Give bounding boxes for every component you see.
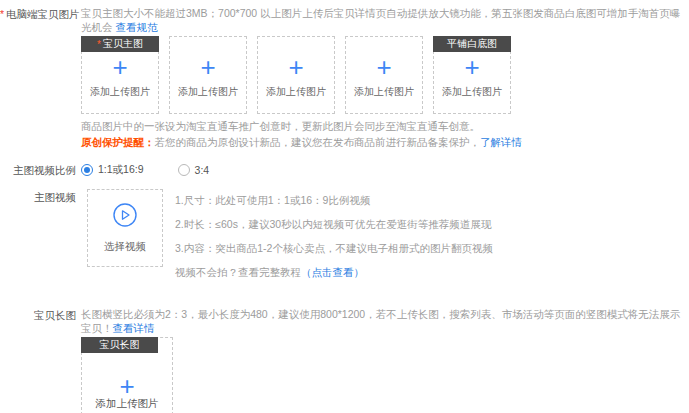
long-image-details-link[interactable]: 查看详情 — [113, 322, 155, 334]
upload-box-main-image-4[interactable]: + 添加上传图片 — [345, 36, 423, 114]
upload-box-main-image-2[interactable]: + 添加上传图片 — [169, 36, 247, 114]
radio-ratio-3-4[interactable]: 3:4 — [178, 164, 210, 176]
field-label-video-ratio: 主图视频比例 — [0, 162, 81, 178]
product-publish-form: *电脑端宝贝图片 宝贝主图大小不能超过3MB；700*700 以上图片上传后宝贝… — [0, 0, 689, 413]
row-long-image: 宝贝长图 长图横竖比必须为2：3，最小长度为480，建议使用800*1200，若… — [0, 307, 689, 413]
row-video-ratio: 主图视频比例 1:1或16:9 3:4 — [0, 162, 689, 178]
video-tip-duration: 2.时长：≤60s，建议30秒以内短视频可优先在爱逛街等推荐频道展现 — [175, 218, 493, 231]
plus-icon: + — [200, 56, 215, 78]
original-protection-body: 若您的商品为原创设计新品，建议您在发布商品前进行新品备案保护， — [155, 136, 481, 148]
video-tip-content: 3.内容：突出商品1-2个核心卖点，不建议电子相册式的图片翻页视频 — [175, 242, 493, 255]
radio-selected-icon — [81, 164, 93, 176]
images-description: 宝贝主图大小不能超过3MB；700*700 以上图片上传后宝贝详情页自动提供放大… — [81, 6, 689, 34]
radio-ratio-1-1-or-16-9[interactable]: 1:1或16:9 — [81, 163, 144, 177]
video-help-line: 视频不会拍？查看完整教程（点击查看） — [175, 266, 493, 280]
video-ratio-radio-group: 1:1或16:9 3:4 — [81, 162, 689, 177]
field-label-long-image: 宝贝长图 — [0, 307, 81, 323]
upload-box-label: 添加上传图片 — [178, 85, 238, 99]
original-protection-note: 原创保护提醒：若您的商品为原创设计新品，建议您在发布商品前进行新品备案保护，了解… — [81, 136, 689, 149]
tab-main-image-label: 宝贝主图 — [103, 37, 143, 51]
required-asterisk: * — [97, 39, 101, 50]
video-tutorial-link[interactable]: （点击查看） — [301, 266, 364, 278]
row-pc-images: *电脑端宝贝图片 宝贝主图大小不能超过3MB；700*700 以上图片上传后宝贝… — [0, 6, 689, 149]
upload-box-label: 添加上传图片 — [96, 397, 159, 411]
row-main-video: 主图视频 选择视频 1.尺寸：此处可使用1：1或16：9比例视频 2.时长：≤6… — [0, 189, 689, 280]
upload-box-main-image-3[interactable]: + 添加上传图片 — [257, 36, 335, 114]
upload-box-main-image-1[interactable]: *宝贝主图 + 添加上传图片 — [81, 36, 159, 114]
plus-icon: + — [288, 56, 303, 78]
long-image-description-text: 长图横竖比必须为2：3，最小长度为480，建议使用800*1200，若不上传长图… — [81, 308, 680, 334]
tab-white-background-label: 平铺白底图 — [447, 37, 497, 51]
upload-box-label: 添加上传图片 — [266, 85, 326, 99]
upload-box-label: 添加上传图片 — [442, 85, 502, 99]
radio-unselected-icon — [178, 164, 190, 176]
video-tip-size: 1.尺寸：此处可使用1：1或16：9比例视频 — [175, 194, 493, 207]
upload-box-white-background[interactable]: 平铺白底图 + 添加上传图片 — [433, 36, 511, 114]
plus-icon: + — [112, 56, 127, 78]
tab-long-image: 宝贝长图 — [81, 337, 158, 353]
ztc-sync-note: 商品图片中的一张设为淘宝直通车推广创意时，更新此图片会同步至淘宝直通车创意。 — [81, 120, 689, 133]
images-description-text: 宝贝主图大小不能超过3MB；700*700 以上图片上传后宝贝详情页自动提供放大… — [81, 7, 680, 33]
tab-white-background: 平铺白底图 — [433, 36, 511, 52]
field-label-pc-images: *电脑端宝贝图片 — [0, 6, 81, 22]
select-video-label: 选择视频 — [104, 240, 146, 254]
video-tips: 1.尺寸：此处可使用1：1或16：9比例视频 2.时长：≤60s，建议30秒以内… — [175, 189, 493, 280]
select-video-box[interactable]: 选择视频 — [87, 189, 163, 267]
video-help-text: 视频不会拍？查看完整教程 — [175, 266, 301, 278]
radio-label: 3:4 — [195, 164, 210, 176]
main-image-upload-list: *宝贝主图 + 添加上传图片 + 添加上传图片 + 添加上传图片 + 添加上传图… — [81, 36, 689, 114]
upload-box-label: 添加上传图片 — [90, 85, 150, 99]
view-rules-link[interactable]: 查看规范 — [115, 21, 157, 33]
radio-label: 1:1或16:9 — [98, 163, 144, 177]
long-image-description: 长图横竖比必须为2：3，最小长度为480，建议使用800*1200，若不上传长图… — [81, 307, 689, 335]
learn-more-link[interactable]: 了解详情 — [480, 136, 522, 148]
field-label-main-video: 主图视频 — [0, 189, 81, 205]
required-asterisk: * — [0, 8, 4, 20]
plus-icon: + — [119, 375, 134, 397]
plus-icon: + — [376, 56, 391, 78]
field-label-text: 电脑端宝贝图片 — [6, 8, 80, 20]
long-image-upload-wrap: 宝贝长图 + 添加上传图片 — [81, 337, 173, 413]
play-icon — [112, 202, 138, 230]
tab-main-image: *宝贝主图 — [81, 36, 159, 52]
upload-box-label: 添加上传图片 — [354, 85, 414, 99]
original-protection-prefix: 原创保护提醒： — [81, 136, 155, 148]
plus-icon: + — [464, 56, 479, 78]
